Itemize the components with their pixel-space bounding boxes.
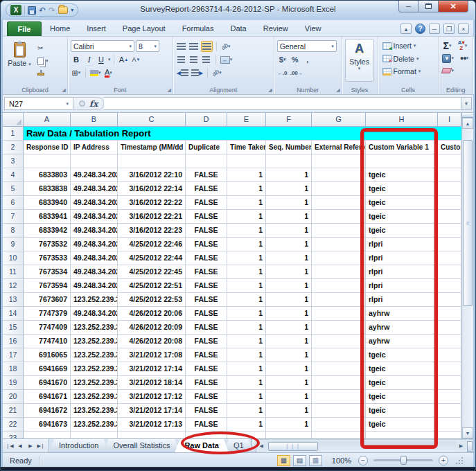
- cell-custom-variable-1[interactable]: [366, 432, 438, 438]
- ribbon-tab[interactable]: Home: [42, 21, 78, 36]
- next-sheet-icon[interactable]: ▶: [26, 441, 35, 451]
- cut-button[interactable]: ✂: [36, 42, 64, 53]
- cell-response-id[interactable]: 6916065: [24, 348, 71, 362]
- zoom-slider[interactable]: [373, 459, 433, 461]
- cell-ip-address[interactable]: 49.248.34.202: [71, 238, 118, 251]
- cell-timestamp[interactable]: [118, 432, 186, 438]
- cell-external-referrer[interactable]: [312, 196, 366, 210]
- clipboard-dialog-launcher-icon[interactable]: ◢: [62, 87, 66, 93]
- cell-custom-variable-1[interactable]: rlpri: [366, 293, 438, 307]
- cell-timestamp[interactable]: 3/16/2012 22:23: [118, 224, 186, 238]
- help-icon[interactable]: ?: [415, 24, 425, 34]
- cell-timestamp[interactable]: 4/25/2012 22:45: [118, 265, 186, 279]
- cell-duplicate[interactable]: [186, 432, 227, 438]
- find-select-button[interactable]: ●● ▾: [459, 53, 470, 64]
- sort-filter-button[interactable]: A▾Z▾: [457, 40, 468, 51]
- cell-external-referrer[interactable]: [312, 432, 366, 438]
- cell-ip-address[interactable]: [71, 432, 118, 438]
- number-dialog-launcher-icon[interactable]: ◢: [336, 87, 340, 93]
- cell-response-id[interactable]: 6833803: [24, 168, 71, 182]
- row-header[interactable]: 19: [3, 376, 24, 390]
- cell-external-referrer[interactable]: [312, 168, 366, 182]
- cell-seq-number[interactable]: 1: [266, 348, 312, 362]
- cell-external-referrer[interactable]: [312, 307, 366, 321]
- increase-decimal-button[interactable]: ←.0: [277, 67, 288, 78]
- cell-duplicate[interactable]: FALSE: [186, 168, 227, 182]
- insert-cells-button[interactable]: ◂ Insert▾: [381, 40, 436, 52]
- cell-seq-number[interactable]: 1: [266, 307, 312, 321]
- file-tab[interactable]: File: [7, 21, 42, 36]
- previous-sheet-icon[interactable]: ◀: [15, 441, 25, 451]
- cell-ip-address[interactable]: 49.248.34.202: [71, 279, 118, 293]
- cell-time-taken[interactable]: 1: [227, 293, 266, 307]
- ribbon-tab[interactable]: View: [297, 21, 330, 36]
- cell-time-taken[interactable]: 1: [227, 168, 266, 182]
- cell-custom-variable-1[interactable]: tgeic: [366, 418, 438, 432]
- cell-response-id[interactable]: 6941672: [24, 404, 71, 418]
- column-header[interactable]: E: [227, 113, 266, 127]
- cell-time-taken[interactable]: [227, 154, 266, 168]
- cell-custom-variable-2[interactable]: [438, 154, 461, 168]
- cell-custom-variable-1[interactable]: ayhrw: [366, 321, 438, 335]
- cell-time-taken[interactable]: 1: [227, 418, 266, 432]
- row-header[interactable]: 1: [3, 127, 24, 141]
- cell-response-id[interactable]: [24, 154, 71, 168]
- cell-time-taken[interactable]: 1: [227, 238, 266, 251]
- middle-align-icon[interactable]: [188, 41, 200, 52]
- decrease-decimal-button[interactable]: .00→: [290, 67, 303, 78]
- horizontal-split-handle[interactable]: [467, 441, 473, 452]
- cell-time-taken[interactable]: 1: [227, 321, 266, 335]
- row-header[interactable]: 10: [3, 251, 24, 265]
- formula-input[interactable]: [104, 97, 461, 110]
- vertical-split-handle[interactable]: [462, 113, 473, 118]
- cell-custom-variable-1[interactable]: tgeic: [366, 376, 438, 390]
- cell-custom-variable-1[interactable]: rlpri: [366, 265, 438, 279]
- header-custom-variable-1[interactable]: Custom Variable 1: [366, 141, 438, 154]
- cell-custom-variable-1[interactable]: tgeic: [366, 196, 438, 210]
- cell-custom-variable-2[interactable]: [438, 293, 461, 307]
- cell-response-id[interactable]: 7747379: [24, 307, 71, 321]
- vertical-scroll-thumb[interactable]: ≡: [463, 140, 473, 306]
- number-format-combo[interactable]: General▾: [277, 40, 337, 52]
- header-timestamp[interactable]: Timestamp (MM/dd: [118, 141, 186, 154]
- cell-custom-variable-1[interactable]: rlpri: [366, 279, 438, 293]
- column-header[interactable]: F: [266, 113, 312, 127]
- cell-custom-variable-2[interactable]: [438, 251, 461, 265]
- row-header[interactable]: 6: [3, 196, 24, 210]
- cell-custom-variable-2[interactable]: [438, 238, 461, 251]
- cell-ip-address[interactable]: 49.248.34.202: [71, 224, 118, 238]
- shrink-font-button[interactable]: A▼: [130, 54, 141, 65]
- row-header[interactable]: 11: [3, 265, 24, 279]
- scroll-right-icon[interactable]: ▶: [456, 441, 466, 452]
- ribbon-collapse-icon[interactable]: ▴: [400, 24, 412, 34]
- cell-external-referrer[interactable]: [312, 390, 366, 404]
- cell-ip-address[interactable]: 123.252.239.3: [71, 362, 118, 376]
- font-size-combo[interactable]: 8▾: [136, 40, 159, 52]
- cell-custom-variable-1[interactable]: rlpri: [366, 238, 438, 251]
- cell-duplicate[interactable]: FALSE: [186, 418, 227, 432]
- clear-button[interactable]: ▾: [441, 65, 455, 76]
- column-header[interactable]: B: [71, 113, 118, 127]
- zoom-level[interactable]: 100%: [332, 456, 351, 465]
- cell-timestamp[interactable]: 4/25/2012 22:53: [118, 293, 186, 307]
- cell-custom-variable-1[interactable]: tgeic: [366, 390, 438, 404]
- cell-external-referrer[interactable]: [312, 293, 366, 307]
- column-header[interactable]: I: [438, 113, 461, 127]
- sheet-tab[interactable]: Overall Statistics: [103, 439, 179, 452]
- cell-seq-number[interactable]: 1: [266, 182, 312, 196]
- cell-external-referrer[interactable]: [312, 418, 366, 432]
- ribbon-tab[interactable]: Page Layout: [114, 21, 174, 36]
- header-duplicate[interactable]: Duplicate: [186, 141, 227, 154]
- row-header[interactable]: 14: [3, 307, 24, 321]
- cell-time-taken[interactable]: 1: [227, 348, 266, 362]
- cell-timestamp[interactable]: 3/16/2012 22:21: [118, 210, 186, 224]
- cell-response-id[interactable]: 6941671: [24, 390, 71, 404]
- cell-external-referrer[interactable]: [312, 238, 366, 251]
- cell-seq-number[interactable]: 1: [266, 335, 312, 348]
- cell-response-id[interactable]: 6941670: [24, 376, 71, 390]
- cell-external-referrer[interactable]: [312, 362, 366, 376]
- format-cells-button[interactable]: Format▾: [381, 66, 436, 78]
- horizontal-scroll-track[interactable]: ❘❘❘: [267, 441, 456, 452]
- fill-color-button[interactable]: ▾: [89, 67, 102, 78]
- cell-custom-variable-1[interactable]: tgeic: [366, 348, 438, 362]
